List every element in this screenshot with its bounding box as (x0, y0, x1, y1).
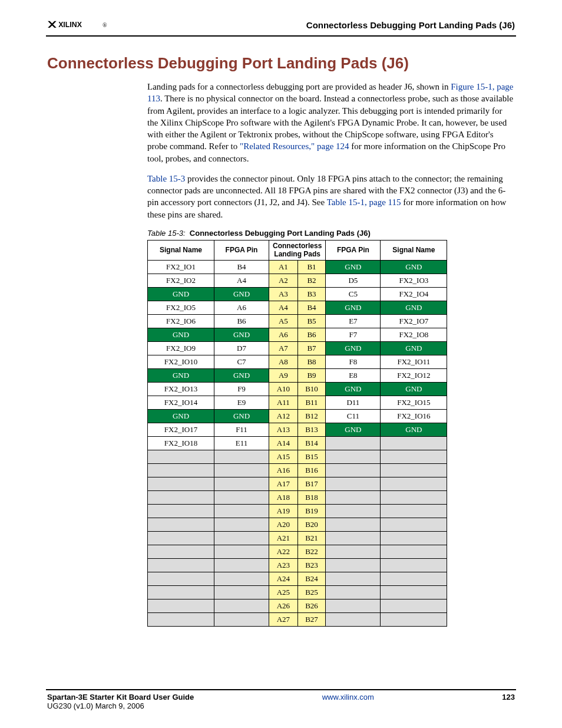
table-row: GNDGNDA12B12C11FX2_IO16 (148, 409, 447, 423)
header-title: Connectorless Debugging Port Landing Pad… (306, 20, 515, 30)
cell-pad-b: B2 (297, 274, 326, 287)
cell-signal-left (148, 463, 214, 477)
cell-pad-a: A25 (269, 585, 298, 599)
link-table-15-3[interactable]: Table 15-3 (147, 174, 185, 183)
cell-pin-right: GND (326, 301, 381, 314)
cell-signal-left (148, 518, 214, 531)
table-row: A16B16 (148, 463, 447, 477)
cell-pad-b: B14 (297, 436, 326, 450)
cell-signal-left: FX2_IO10 (148, 355, 214, 368)
cell-pad-b: B12 (297, 409, 326, 423)
table-row: FX2_IO2A4A2B2D5FX2_IO3 (148, 274, 447, 287)
cell-pin-right (326, 504, 381, 518)
svg-text:XILINX: XILINX (58, 21, 82, 29)
cell-pin-left (214, 490, 269, 504)
cell-pad-a: A8 (269, 355, 298, 368)
table-row: A25B25 (148, 585, 447, 599)
cell-pad-a: A3 (269, 287, 298, 301)
cell-signal-left: FX2_IO13 (148, 382, 214, 396)
table-row: FX2_IO1B4A1B1GNDGND (148, 260, 447, 274)
cell-pad-b: B21 (297, 531, 326, 545)
cell-pin-right (326, 612, 381, 626)
table-row: A23B23 (148, 558, 447, 572)
cell-pin-left: GND (214, 328, 269, 341)
cell-signal-left (148, 531, 214, 545)
cell-signal-right (381, 599, 447, 612)
cell-pad-b: B13 (297, 423, 326, 436)
cell-pin-right: GND (326, 382, 381, 396)
cell-signal-right: GND (381, 423, 447, 436)
cell-signal-right (381, 545, 447, 558)
table-row: GNDGNDA3B3C5FX2_IO4 (148, 287, 447, 301)
cell-signal-left: FX2_IO9 (148, 341, 214, 355)
cell-pad-b: B8 (297, 355, 326, 368)
cell-pad-b: B6 (297, 328, 326, 341)
cell-pad-a: A9 (269, 368, 298, 382)
cell-signal-left: FX2_IO1 (148, 260, 214, 274)
page-number: 123 (502, 693, 515, 701)
cell-signal-left: FX2_IO17 (148, 423, 214, 436)
cell-pin-left (214, 572, 269, 585)
cell-pad-a: A7 (269, 341, 298, 355)
cell-pin-right: E8 (326, 368, 381, 382)
cell-pin-right (326, 599, 381, 612)
cell-pin-right (326, 490, 381, 504)
cell-pad-b: B5 (297, 314, 326, 328)
cell-signal-right (381, 490, 447, 504)
cell-pad-b: B19 (297, 504, 326, 518)
cell-pin-right: D5 (326, 274, 381, 287)
th-fpga-pin-left: FPGA Pin (214, 240, 269, 260)
cell-pad-a: A2 (269, 274, 298, 287)
cell-signal-left (148, 545, 214, 558)
cell-signal-right: FX2_IO4 (381, 287, 447, 301)
cell-signal-right: GND (381, 341, 447, 355)
cell-signal-left: GND (148, 409, 214, 423)
table-row: FX2_IO5A6A4B4GNDGND (148, 301, 447, 314)
table-caption: Table 15-3: Connectorless Debugging Port… (147, 229, 527, 238)
cell-signal-left (148, 612, 214, 626)
footer-doc-sub: UG230 (v1.0) March 9, 2006 (47, 701, 194, 710)
table-row: A27B27 (148, 612, 447, 626)
cell-signal-left: FX2_IO5 (148, 301, 214, 314)
cell-pad-b: B17 (297, 477, 326, 490)
cell-pin-right (326, 558, 381, 572)
footer-rule (46, 689, 516, 690)
cell-pad-a: A15 (269, 450, 298, 463)
cell-signal-left (148, 504, 214, 518)
cell-pad-b: B3 (297, 287, 326, 301)
cell-pad-a: A27 (269, 612, 298, 626)
footer-doc-title: Spartan-3E Starter Kit Board User Guide (47, 693, 194, 701)
th-fpga-pin-right: FPGA Pin (326, 240, 381, 260)
th-signal-name-right: Signal Name (381, 240, 447, 260)
cell-pin-left (214, 585, 269, 599)
cell-pad-b: B11 (297, 396, 326, 409)
cell-pad-a: A16 (269, 463, 298, 477)
cell-pin-right (326, 436, 381, 450)
table-row: A22B22 (148, 545, 447, 558)
cell-signal-right: FX2_IO16 (381, 409, 447, 423)
table-row: FX2_IO14E9A11B11D11FX2_IO15 (148, 396, 447, 409)
table-row: GNDGNDA9B9E8FX2_IO12 (148, 368, 447, 382)
link-related-resources[interactable]: "Related Resources," page 124 (240, 141, 349, 151)
cell-pin-right: D11 (326, 396, 381, 409)
cell-pin-left: E11 (214, 436, 269, 450)
cell-pin-left: A4 (214, 274, 269, 287)
footer: Spartan-3E Starter Kit Board User Guide … (35, 689, 527, 710)
cell-pin-right: C11 (326, 409, 381, 423)
cell-signal-left: GND (148, 368, 214, 382)
table-row: FX2_IO9D7A7B7GNDGND (148, 341, 447, 355)
cell-pin-left: F9 (214, 382, 269, 396)
cell-pin-right: F8 (326, 355, 381, 368)
cell-pin-left: B6 (214, 314, 269, 328)
cell-pin-left (214, 504, 269, 518)
cell-signal-left: FX2_IO14 (148, 396, 214, 409)
footer-link[interactable]: www.xilinx.com (322, 693, 374, 701)
cell-pad-b: B20 (297, 518, 326, 531)
header-rule (46, 35, 516, 37)
cell-pad-b: B10 (297, 382, 326, 396)
cell-signal-right: FX2_IO3 (381, 274, 447, 287)
link-table-15-1[interactable]: Table 15-1, page 115 (327, 197, 401, 207)
cell-signal-right: GND (381, 301, 447, 314)
cell-signal-right (381, 450, 447, 463)
cell-pad-b: B23 (297, 558, 326, 572)
